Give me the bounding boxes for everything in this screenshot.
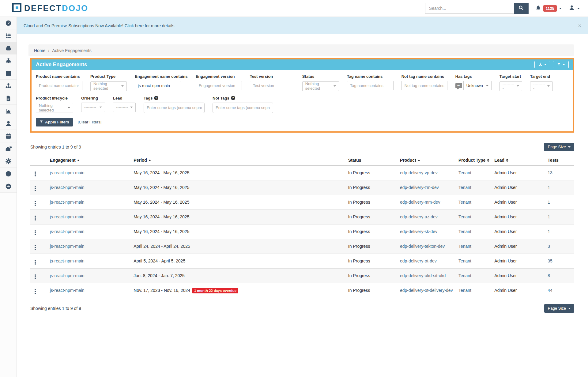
sidebar-item-findings-list[interactable]	[0, 29, 17, 42]
sidebar-item-findings-bugs[interactable]	[0, 55, 17, 67]
chevron-down-icon	[334, 85, 336, 87]
product-link[interactable]: edp-delivery-az-dev	[400, 214, 438, 219]
apply-filters-button[interactable]: Apply Filters	[36, 118, 73, 126]
filter-select[interactable]: ---------	[113, 103, 136, 112]
sidebar-item-calendar[interactable]	[0, 130, 17, 142]
product-type-link[interactable]: Tenant	[458, 214, 471, 219]
download-menu-button[interactable]	[534, 61, 550, 68]
filter-field: Engagement name contains	[135, 74, 188, 90]
chevron-down-icon	[568, 146, 571, 148]
showing-entries-top: Showing entries 1 to 9 of 9	[30, 145, 81, 149]
sidebar-item-settings[interactable]	[0, 155, 17, 168]
clear-filters-link[interactable]: [Clear Filters]	[78, 120, 101, 124]
product-link[interactable]: edp-delivery-tekton-dev	[400, 244, 445, 249]
row-actions-menu-icon[interactable]	[33, 244, 38, 251]
product-type-link[interactable]: Tenant	[458, 229, 471, 234]
page-size-button-bottom[interactable]: Page Size	[544, 304, 574, 313]
sidebar-item-users[interactable]	[0, 117, 17, 130]
engagement-link[interactable]: js-react-npm-main	[50, 244, 85, 249]
help-icon[interactable]: ?	[154, 96, 158, 100]
engagement-link[interactable]: js-react-npm-main	[50, 229, 85, 234]
product-type-link[interactable]: Tenant	[458, 170, 471, 175]
banner-link[interactable]: Click here for more details	[125, 23, 175, 28]
column-header-lead[interactable]: Lead	[492, 155, 545, 166]
product-type-link[interactable]: Tenant	[458, 273, 471, 278]
sidebar-item-support[interactable]	[0, 168, 17, 180]
engagement-link[interactable]: js-react-npm-main	[50, 185, 85, 190]
filter-input[interactable]	[347, 81, 394, 90]
sidebar-item-products[interactable]	[0, 67, 17, 80]
row-actions-menu-icon[interactable]	[33, 288, 38, 295]
dashboard-icon	[5, 20, 12, 26]
engagement-link[interactable]: js-react-npm-main	[50, 214, 85, 219]
sidebar-item-product-types[interactable]	[0, 80, 17, 92]
filter-input[interactable]	[213, 103, 273, 113]
close-icon[interactable]: ×	[578, 23, 581, 28]
product-type-link[interactable]: Tenant	[458, 258, 471, 263]
filter-label: Lead	[113, 96, 136, 100]
user-menu[interactable]	[569, 5, 580, 12]
sort-both-icon	[487, 159, 489, 162]
filter-select[interactable]: Unknown	[463, 81, 492, 90]
product-type-link[interactable]: Tenant	[458, 288, 471, 293]
product-link[interactable]: edp-delivery-ot-dev	[400, 258, 437, 263]
filter-input[interactable]	[144, 103, 205, 113]
filter-select[interactable]: Nothing selected	[302, 81, 339, 91]
filter-input[interactable]	[36, 81, 82, 90]
filter-input[interactable]	[135, 81, 181, 90]
column-header-engagement[interactable]: Engagement	[47, 155, 131, 166]
engagement-link[interactable]: js-react-npm-main	[50, 288, 85, 293]
product-link[interactable]: edp-delivery-mm-dev	[400, 200, 440, 205]
sidebar-item-logout[interactable]	[0, 180, 17, 193]
sidebar-item-reports[interactable]	[0, 92, 17, 105]
product-link[interactable]: edp-delivery-ot-delivery-dev	[400, 288, 453, 293]
panel-title: Active Engagements	[36, 62, 87, 68]
filter-input[interactable]	[401, 81, 447, 90]
filter-select[interactable]: ---------	[81, 103, 105, 112]
help-icon[interactable]: ?	[231, 96, 235, 100]
app-logo[interactable]: DEFECTDOJO	[12, 3, 89, 13]
product-link[interactable]: edp-delivery-vp-dev	[400, 170, 438, 175]
sidebar-item-engagements[interactable]	[0, 42, 17, 55]
row-actions-menu-icon[interactable]	[33, 186, 38, 192]
column-header-period[interactable]: Period	[131, 155, 346, 166]
filter-select[interactable]: Nothing selected	[90, 81, 127, 91]
row-actions-menu-icon[interactable]	[33, 259, 38, 265]
product-type-link[interactable]: Tenant	[458, 244, 471, 249]
column-header-product[interactable]: Product	[398, 155, 456, 166]
row-actions-menu-icon[interactable]	[33, 274, 38, 280]
product-link[interactable]: edp-delivery-sk-dev	[400, 229, 437, 234]
product-link[interactable]: edp-delivery-zm-dev	[400, 185, 439, 190]
product-type-link[interactable]: Tenant	[458, 185, 471, 190]
list-icon	[5, 32, 12, 39]
product-type-link[interactable]: Tenant	[458, 200, 471, 205]
filter-select[interactable]: ----------	[530, 81, 553, 91]
notifications-menu[interactable]: 1135	[535, 5, 562, 12]
page-size-button-top[interactable]: Page Size	[544, 143, 574, 151]
filter-input[interactable]	[250, 81, 294, 90]
search-input[interactable]	[425, 3, 514, 14]
filter-select[interactable]: Nothing selected	[36, 103, 73, 112]
table-row: js-react-npm-mainApril 24, 2024 - April …	[30, 239, 574, 254]
engagement-link[interactable]: js-react-npm-main	[50, 273, 85, 278]
sidebar-item-benchmarks[interactable]	[0, 142, 17, 155]
filter-input[interactable]	[196, 81, 242, 90]
filter-menu-button[interactable]	[553, 61, 569, 68]
column-header-product-type[interactable]: Product Type	[456, 155, 492, 166]
sidebar-item-dashboard[interactable]	[0, 17, 17, 29]
filter-select[interactable]: ----------	[499, 81, 522, 91]
grid-icon	[5, 70, 12, 77]
engagement-link[interactable]: js-react-npm-main	[50, 170, 85, 175]
row-actions-menu-icon[interactable]	[33, 215, 38, 221]
engagement-link[interactable]: js-react-npm-main	[50, 200, 85, 205]
engagement-link[interactable]: js-react-npm-main	[50, 258, 85, 263]
row-actions-menu-icon[interactable]	[33, 171, 38, 177]
sidebar-item-metrics[interactable]	[0, 105, 17, 117]
row-actions-menu-icon[interactable]	[33, 200, 38, 206]
search-button[interactable]	[514, 3, 529, 14]
row-actions-menu-icon[interactable]	[33, 230, 38, 236]
tests-count: 1	[548, 185, 550, 190]
product-link[interactable]: edp-delivery-okd-sit-okd	[400, 273, 446, 278]
filter-label: Target start	[499, 74, 522, 79]
breadcrumb-home-link[interactable]: Home	[34, 48, 45, 53]
